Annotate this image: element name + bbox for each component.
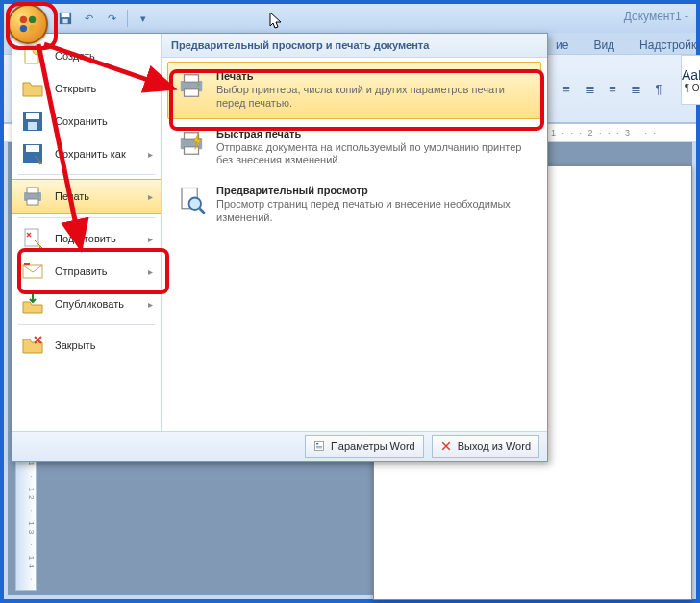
svg-point-29 xyxy=(189,198,202,211)
qat-customize-icon[interactable]: ▾ xyxy=(136,11,151,26)
submenu-text: Предварительный просмотр Просмотр страни… xyxy=(216,185,533,225)
menu-label: Открыть xyxy=(55,83,153,94)
print-icon xyxy=(20,184,45,209)
ruler-ticks: · 1 · · · 2 · · · 3 · · · xyxy=(542,128,658,138)
submenu-list: Печать Выбор принтера, числа копий и дру… xyxy=(162,58,547,431)
menu-item-save[interactable]: Сохранить xyxy=(12,105,161,138)
justify-icon[interactable]: ≣ xyxy=(625,78,646,99)
open-icon xyxy=(20,76,45,101)
submenu-title: Предварительный просмотр xyxy=(216,185,533,196)
style-sample: AaBb xyxy=(682,67,700,83)
send-icon xyxy=(20,259,45,284)
svg-rect-18 xyxy=(25,229,38,246)
office-menu: Создать Открыть Сохранить Сохранить как … xyxy=(12,33,548,462)
quick-access-toolbar: ↶ ↷ ▾ xyxy=(58,10,151,27)
svg-point-0 xyxy=(20,16,27,23)
menu-label: Сохранить xyxy=(55,115,153,127)
submenu-arrow-icon: ▸ xyxy=(148,191,153,202)
paragraph-group: ≡ ≣ ≡ ≣ ¶ xyxy=(552,55,673,122)
submenu-text: Печать Выбор принтера, числа копий и дру… xyxy=(216,70,533,111)
save-icon[interactable] xyxy=(58,11,73,26)
menu-item-new[interactable]: Создать xyxy=(12,39,161,72)
ribbon-tab-addins[interactable]: Надстройки xyxy=(636,37,700,54)
menu-label: Создать xyxy=(55,50,153,62)
svg-rect-11 xyxy=(28,122,38,130)
office-menu-footer: Параметры Word Выход из Word xyxy=(12,431,547,461)
svg-rect-33 xyxy=(316,448,322,449)
menu-item-open[interactable]: Открыть xyxy=(12,72,161,105)
menu-item-publish[interactable]: Опубликовать ▸ xyxy=(12,288,161,320)
submenu-text: Быстрая печать Отправка документа на исп… xyxy=(216,128,533,168)
svg-point-3 xyxy=(29,25,36,32)
menu-separator xyxy=(18,217,155,218)
menu-label: Сохранить как xyxy=(55,148,138,160)
align-center-icon[interactable]: ≣ xyxy=(579,78,600,99)
office-button[interactable] xyxy=(8,4,48,44)
save-icon xyxy=(20,109,45,134)
quick-print-icon xyxy=(176,128,207,159)
submenu-title: Печать xyxy=(216,70,533,82)
svg-point-8 xyxy=(33,45,42,55)
svg-rect-6 xyxy=(62,19,67,23)
styles-gallery[interactable]: AaBb ¶ Обы xyxy=(681,55,700,105)
print-preview-icon xyxy=(176,185,207,215)
menu-label: Печать xyxy=(55,190,138,202)
word-window: ↶ ↷ ▾ Документ1 - ие Вид Надстройки ≡ ≣ … xyxy=(0,0,700,603)
menu-label: Опубликовать xyxy=(55,298,138,310)
menu-item-print[interactable]: Печать ▸ xyxy=(12,179,161,214)
svg-point-24 xyxy=(197,84,200,87)
svg-point-17 xyxy=(38,194,39,196)
prepare-icon xyxy=(20,226,45,251)
svg-rect-5 xyxy=(62,13,70,17)
submenu-item-print-preview[interactable]: Предварительный просмотр Просмотр страни… xyxy=(167,176,541,234)
submenu-title: Быстрая печать xyxy=(216,128,533,139)
publish-icon xyxy=(20,291,45,316)
document-title: Документ1 - xyxy=(624,10,688,23)
menu-label: Закрыть xyxy=(55,339,153,351)
new-icon xyxy=(20,43,45,68)
button-label: Выход из Word xyxy=(458,440,531,452)
svg-rect-16 xyxy=(27,199,38,205)
align-right-icon[interactable]: ≡ xyxy=(602,78,623,99)
exit-word-button[interactable]: Выход из Word xyxy=(432,435,539,458)
menu-item-save-as[interactable]: Сохранить как ▸ xyxy=(12,138,161,170)
qat-separator xyxy=(127,10,128,27)
menu-separator xyxy=(18,324,155,325)
menu-item-close[interactable]: Закрыть xyxy=(12,329,161,362)
submenu-desc: Выбор принтера, числа копий и других пар… xyxy=(216,84,533,111)
submenu-desc: Просмотр страниц перед печатью и внесени… xyxy=(216,198,533,225)
svg-rect-10 xyxy=(26,113,39,119)
svg-rect-20 xyxy=(24,263,30,265)
menu-label: Отправить xyxy=(55,265,138,277)
submenu-item-print[interactable]: Печать Выбор принтера, числа копий и дру… xyxy=(167,62,541,119)
undo-icon[interactable]: ↶ xyxy=(81,11,96,26)
svg-rect-23 xyxy=(185,89,199,97)
office-menu-right: Предварительный просмотр и печать докуме… xyxy=(162,34,547,431)
ribbon-tab-view[interactable]: Вид xyxy=(589,37,618,54)
submenu-arrow-icon: ▸ xyxy=(148,234,153,244)
titlebar: ↶ ↷ ▾ Документ1 - xyxy=(4,4,696,33)
submenu-header: Предварительный просмотр и печать докуме… xyxy=(162,34,547,58)
close-doc-icon xyxy=(20,333,45,358)
svg-rect-13 xyxy=(26,145,39,152)
word-options-button[interactable]: Параметры Word xyxy=(305,435,424,458)
office-menu-left: Создать Открыть Сохранить Сохранить как … xyxy=(12,34,162,431)
svg-point-1 xyxy=(29,16,36,23)
style-name: ¶ Обы xyxy=(685,83,700,93)
menu-item-prepare[interactable]: Подготовить ▸ xyxy=(12,222,161,255)
submenu-arrow-icon: ▸ xyxy=(148,299,153,310)
submenu-item-quick-print[interactable]: Быстрая печать Отправка документа на исп… xyxy=(167,119,541,177)
svg-rect-15 xyxy=(27,188,38,193)
show-marks-icon[interactable]: ¶ xyxy=(648,78,669,99)
submenu-arrow-icon: ▸ xyxy=(148,266,153,277)
submenu-arrow-icon: ▸ xyxy=(148,149,153,160)
align-left-icon[interactable]: ≡ xyxy=(556,78,577,99)
save-as-icon xyxy=(20,141,45,166)
svg-point-2 xyxy=(20,25,27,32)
ribbon-tab[interactable]: ие xyxy=(552,37,572,54)
menu-separator xyxy=(18,174,155,175)
menu-item-send[interactable]: Отправить ▸ xyxy=(12,255,161,288)
print-icon xyxy=(176,70,207,101)
redo-icon[interactable]: ↷ xyxy=(104,11,119,26)
office-menu-body: Создать Открыть Сохранить Сохранить как … xyxy=(12,34,547,431)
